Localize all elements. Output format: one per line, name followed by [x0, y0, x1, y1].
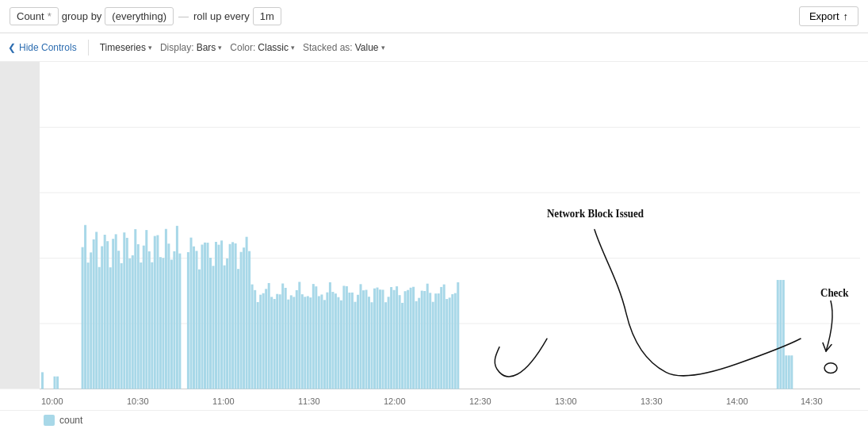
svg-text:14:00: 14:00: [726, 396, 748, 405]
hide-controls-button[interactable]: ❮ Hide Controls: [8, 42, 77, 53]
bar: [418, 298, 420, 389]
bar: [270, 297, 273, 389]
export-button[interactable]: Export ↑: [799, 6, 858, 26]
bar: [56, 377, 59, 389]
bar: [304, 297, 306, 389]
bar: [396, 286, 398, 389]
bar: [296, 290, 298, 389]
interval-pill[interactable]: 1m: [253, 7, 281, 25]
svg-text:12:30: 12:30: [469, 396, 491, 405]
everything-pill[interactable]: (everything): [105, 7, 174, 25]
bar: [235, 243, 237, 389]
bar: [190, 238, 193, 389]
display-select[interactable]: Display: Bars ▾: [160, 42, 222, 53]
bar: [259, 295, 262, 389]
bar: [346, 286, 348, 389]
bar: [173, 251, 175, 389]
bar: [251, 285, 254, 389]
bar: [167, 243, 170, 389]
bar: [315, 286, 317, 389]
timeseries-select[interactable]: Timeseries ▾: [100, 42, 152, 53]
bar: [443, 285, 445, 389]
chart-svg: 10:00 10:30 11:00 11:30 12:00 12:30 13:0…: [0, 62, 868, 410]
bar: [362, 290, 365, 389]
hide-controls-label: Hide Controls: [19, 42, 77, 53]
bar: [137, 244, 140, 389]
bar: [393, 290, 396, 389]
bar: [445, 299, 448, 389]
bar: [196, 251, 198, 389]
bar: [440, 287, 442, 389]
everything-label: (everything): [112, 10, 166, 22]
bar: [423, 291, 426, 389]
bar: [106, 241, 109, 389]
bar: [93, 239, 95, 389]
bar: [178, 254, 181, 389]
svg-text:10:00: 10:00: [41, 396, 63, 405]
stacked-select[interactable]: Stacked as: Value ▾: [303, 42, 385, 53]
bar: [785, 355, 787, 389]
bar: [354, 302, 357, 389]
bar: [438, 293, 440, 389]
bar: [415, 301, 418, 389]
svg-point-17: [824, 363, 837, 373]
bar: [162, 258, 164, 389]
bar: [148, 251, 151, 389]
separator: —: [177, 10, 190, 22]
bar: [123, 232, 125, 389]
bar: [360, 284, 362, 389]
bar: [454, 293, 457, 389]
bar: [285, 288, 287, 389]
bar: [204, 243, 206, 389]
bar: [401, 303, 403, 389]
bar: [120, 263, 123, 389]
bar: [176, 226, 178, 389]
query-toolbar: Count * group by (everything) — roll up …: [0, 0, 868, 33]
bar: [240, 252, 243, 389]
bar: [226, 259, 228, 389]
bar: [257, 302, 259, 389]
bar: [379, 289, 381, 389]
display-value: Bars: [197, 42, 216, 53]
bar: [101, 247, 103, 389]
chart-area: 10:00 10:30 11:00 11:30 12:00 12:30 13:0…: [0, 62, 868, 410]
bar: [104, 235, 106, 389]
bar: [115, 234, 117, 389]
bar: [140, 262, 142, 389]
bar: [281, 283, 284, 389]
bar: [371, 302, 373, 389]
svg-rect-6: [41, 372, 44, 389]
bar: [276, 294, 278, 389]
bar: [432, 302, 434, 389]
bar: [388, 297, 390, 389]
bar: [293, 297, 295, 389]
bar: [231, 242, 234, 389]
query-controls: Count * group by (everything) — roll up …: [10, 7, 281, 25]
bar: [151, 262, 153, 389]
bar: [218, 245, 220, 389]
bar: [187, 252, 189, 389]
bar: [212, 266, 215, 389]
color-select[interactable]: Color: Classic ▾: [230, 42, 295, 53]
stacked-value: Value: [355, 42, 379, 53]
bar: [320, 294, 323, 389]
bar: [262, 293, 265, 389]
bar: [788, 355, 790, 389]
bar: [410, 288, 412, 389]
bar: [335, 293, 337, 389]
svg-text:11:30: 11:30: [298, 396, 320, 405]
legend-bar: count: [0, 410, 868, 429]
bar: [237, 269, 239, 389]
svg-text:12:00: 12:00: [384, 396, 406, 405]
bar: [268, 283, 270, 389]
display-label: Display:: [160, 42, 194, 53]
bar: [298, 282, 300, 389]
timeseries-value: Timeseries: [100, 42, 146, 53]
bar: [220, 240, 223, 389]
chevron-left-icon: ❮: [8, 42, 16, 53]
bar: [307, 296, 309, 389]
bar: [87, 262, 90, 389]
bar: [790, 355, 793, 389]
bar: [421, 291, 423, 389]
count-pill[interactable]: Count *: [10, 7, 59, 25]
